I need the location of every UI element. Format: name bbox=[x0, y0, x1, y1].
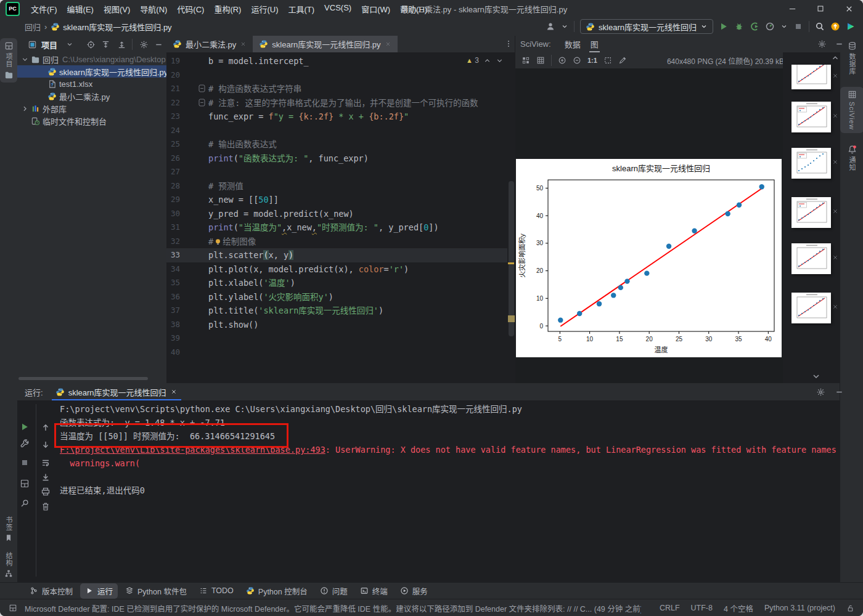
tool-window-button-终端[interactable]: 终端 bbox=[355, 583, 393, 599]
encoding-widget[interactable]: UTF-8 bbox=[691, 604, 713, 612]
zoom-out-icon[interactable] bbox=[573, 56, 581, 65]
close-thumbnail-icon[interactable] bbox=[832, 208, 839, 215]
update-available-icon[interactable] bbox=[830, 22, 840, 31]
breadcrumb-file[interactable]: sklearn库实现一元线性回归.py bbox=[63, 21, 171, 33]
minimize-button[interactable] bbox=[778, 0, 806, 17]
tool-window-button-TODO[interactable]: TODO bbox=[194, 585, 239, 597]
close-thumbnail-icon[interactable] bbox=[832, 303, 839, 310]
tool-window-button-版本控制[interactable]: 版本控制 bbox=[25, 583, 78, 599]
menu-导航(N)[interactable]: 导航(N) bbox=[135, 0, 172, 18]
tool-window-button-服务[interactable]: 服务 bbox=[395, 583, 433, 599]
pin-tab-icon[interactable] bbox=[20, 498, 30, 508]
scroll-up-button[interactable] bbox=[41, 423, 51, 432]
tool-window-button-问题[interactable]: 问题 bbox=[315, 583, 353, 599]
tool-stripe-structure[interactable]: 结构 bbox=[0, 549, 17, 581]
profiler-button[interactable] bbox=[765, 22, 775, 31]
close-tab-icon[interactable] bbox=[240, 41, 247, 47]
editor-tab[interactable]: 最小二乘法.py bbox=[166, 36, 253, 52]
console-tab[interactable]: sklearn库实现一元线性回归 bbox=[52, 383, 181, 400]
line-ending-widget[interactable]: CRLF bbox=[660, 604, 680, 612]
plot-thumbnail[interactable] bbox=[791, 293, 831, 323]
ide-gradient-icon[interactable] bbox=[846, 22, 856, 31]
tool-window-button-Python 软件包[interactable]: Python 软件包 bbox=[120, 583, 192, 599]
tool-stripe-notifications[interactable]: 通知 bbox=[840, 142, 863, 174]
menu-视图(V)[interactable]: 视图(V) bbox=[99, 0, 135, 18]
close-thumbnail-icon[interactable] bbox=[832, 72, 839, 79]
selection-tool-icon[interactable] bbox=[603, 56, 612, 65]
chevron-down-icon[interactable] bbox=[66, 41, 73, 48]
scroll-down-button[interactable] bbox=[41, 440, 51, 450]
user-profile-icon[interactable] bbox=[546, 22, 555, 31]
plot-thumbnail[interactable] bbox=[791, 243, 831, 274]
zoom-in-icon[interactable] bbox=[558, 56, 566, 65]
status-message[interactable]: Microsoft Defender 配置: IDE 已检测到启用了实时保护的 … bbox=[25, 602, 641, 614]
next-warning-icon[interactable] bbox=[496, 57, 504, 65]
scroll-to-end-button[interactable] bbox=[41, 472, 51, 482]
warning-stripe-mark[interactable] bbox=[508, 262, 514, 264]
editor-tab[interactable]: sklearn库实现一元线性回归.py bbox=[253, 36, 397, 52]
tool-stripe-project[interactable]: 项目 bbox=[0, 38, 17, 83]
horizontal-scrollbar[interactable] bbox=[18, 377, 148, 380]
scroll-up-icon[interactable] bbox=[831, 54, 840, 62]
interpreter-widget[interactable]: Python 3.11 (project) bbox=[764, 604, 835, 612]
hide-panel-button[interactable] bbox=[835, 387, 844, 397]
tree-item[interactable]: ?test1.xlsx bbox=[17, 78, 166, 90]
close-tab-icon[interactable] bbox=[385, 41, 391, 47]
maximize-button[interactable] bbox=[806, 0, 835, 17]
hide-panel-button[interactable] bbox=[835, 39, 844, 49]
tree-item[interactable]: 回归C:\Users\xiangxiang\Desktop bbox=[17, 53, 166, 65]
run-button[interactable] bbox=[719, 22, 729, 31]
close-thumbnail-icon[interactable] bbox=[832, 158, 839, 166]
debug-button[interactable] bbox=[734, 22, 744, 31]
stop-button[interactable] bbox=[20, 458, 30, 468]
stop-button[interactable] bbox=[793, 22, 803, 31]
lock-icon[interactable] bbox=[846, 604, 854, 612]
tool-window-button-运行[interactable]: 运行 bbox=[80, 583, 118, 599]
layout-icon[interactable] bbox=[9, 604, 17, 612]
close-tab-icon[interactable] bbox=[170, 388, 178, 395]
close-thumbnail-icon[interactable] bbox=[832, 112, 839, 120]
menu-窗口(W)[interactable]: 窗口(W) bbox=[356, 0, 395, 18]
collapse-all-button[interactable] bbox=[117, 40, 126, 49]
run-coverage-button[interactable] bbox=[750, 22, 759, 31]
breadcrumb-root[interactable]: 回归 bbox=[25, 21, 41, 33]
prev-warning-icon[interactable] bbox=[483, 57, 491, 65]
intention-bulb-icon[interactable] bbox=[214, 238, 222, 246]
inspection-widget[interactable]: ▲ 3 bbox=[466, 56, 504, 65]
image-viewer[interactable]: 51015202530354001020304050sklearn库实现一元线性… bbox=[515, 68, 783, 383]
menu-文件(F)[interactable]: 文件(F) bbox=[26, 0, 62, 18]
tree-item[interactable]: 外部库 bbox=[17, 102, 166, 115]
settings-gear-icon[interactable] bbox=[816, 387, 825, 397]
grid-toggle-icon[interactable] bbox=[536, 56, 545, 65]
menu-代码(C)[interactable]: 代码(C) bbox=[172, 0, 209, 18]
hide-panel-button[interactable] bbox=[154, 40, 163, 49]
print-button[interactable] bbox=[41, 487, 51, 496]
tool-stripe-sciview[interactable]: SciView bbox=[840, 87, 863, 133]
plot-thumbnail[interactable] bbox=[791, 65, 831, 89]
scroll-down-icon[interactable] bbox=[811, 371, 821, 381]
pycharm-logo-icon[interactable]: PC bbox=[6, 2, 20, 16]
layout-button[interactable] bbox=[20, 479, 30, 488]
clear-console-button[interactable] bbox=[41, 501, 51, 511]
settings-gear-icon[interactable] bbox=[817, 39, 827, 49]
chevron-down-icon[interactable] bbox=[20, 55, 30, 63]
fold-marker-icon[interactable] bbox=[198, 84, 205, 92]
plot-thumbnail[interactable] bbox=[791, 102, 831, 132]
menu-工具(T)[interactable]: 工具(T) bbox=[283, 0, 319, 18]
tool-window-button-Python 控制台[interactable]: Python 控制台 bbox=[241, 583, 313, 599]
color-picker-icon[interactable] bbox=[618, 56, 627, 65]
sciview-tab-数据[interactable]: 数据 bbox=[560, 36, 586, 52]
expand-all-button[interactable] bbox=[101, 40, 110, 49]
menu-编辑(E)[interactable]: 编辑(E) bbox=[62, 0, 99, 18]
code-editor[interactable]: ▲ 3 19b = model.intercept_2021# 构造函数表达式字… bbox=[166, 53, 515, 383]
fold-marker-icon[interactable] bbox=[198, 99, 205, 107]
close-thumbnail-icon[interactable] bbox=[832, 254, 839, 261]
tool-stripe-bookmarks[interactable]: 书签 bbox=[0, 513, 17, 545]
settings-wrench-icon[interactable] bbox=[20, 439, 30, 448]
sciview-tab-图[interactable]: 图 bbox=[586, 36, 603, 52]
tree-item[interactable]: sklearn库实现一元线性回归.py bbox=[17, 65, 166, 78]
plot-thumbnail[interactable] bbox=[791, 148, 831, 179]
warning-stripe-mark[interactable] bbox=[508, 315, 515, 322]
soft-wrap-button[interactable] bbox=[41, 458, 51, 468]
menu-VCS(S)[interactable]: VCS(S) bbox=[319, 0, 356, 18]
